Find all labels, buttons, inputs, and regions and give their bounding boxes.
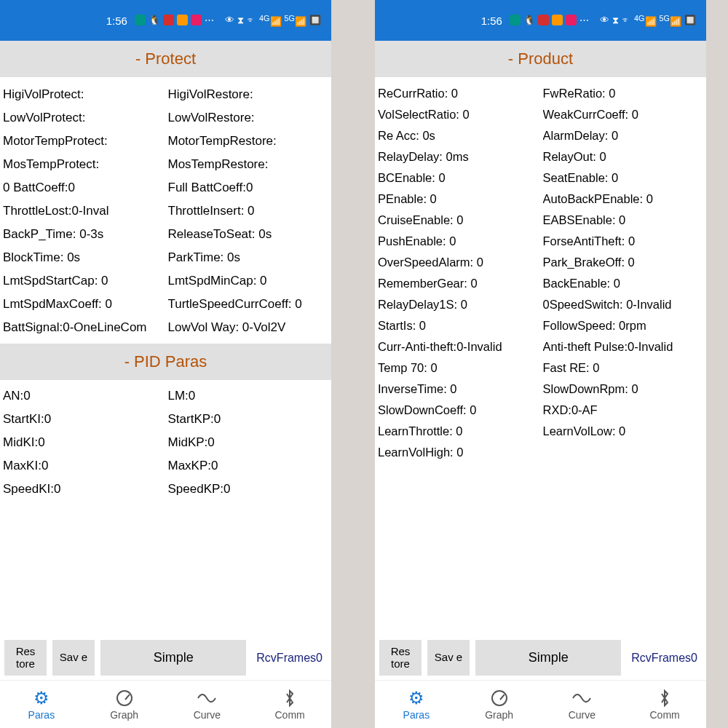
save-button[interactable]: Sav e	[427, 640, 470, 676]
param-cell[interactable]: AlarmDelay: 0	[543, 129, 704, 143]
param-row[interactable]: CruiseEnable: 0EABSEnable: 0	[376, 210, 705, 231]
param-cell[interactable]: RelayOut: 0	[543, 150, 704, 164]
restore-button[interactable]: Res tore	[379, 640, 422, 676]
nav-curve[interactable]: Curve	[166, 681, 249, 728]
param-cell[interactable]: AutoBackPEnable: 0	[543, 192, 704, 206]
restore-button[interactable]: Res tore	[4, 640, 47, 676]
param-cell[interactable]: LowVolRestore:	[168, 111, 329, 125]
param-cell[interactable]: 0 BattCoeff:0	[3, 181, 168, 195]
param-row[interactable]: 0 BattCoeff:0Full BattCoeff:0	[1, 176, 330, 199]
param-cell[interactable]: ReCurrRatio: 0	[378, 87, 543, 100]
param-row[interactable]: BCEnable: 0SeatEnable: 0	[376, 167, 705, 189]
param-cell[interactable]: StartIs: 0	[378, 319, 543, 333]
param-row[interactable]: MaxKI:0MaxKP:0	[1, 454, 330, 478]
param-cell[interactable]: Fast RE: 0	[543, 361, 704, 375]
param-row[interactable]: RelayDelay1S: 00SpeedSwitch: 0-Invalid	[376, 294, 705, 315]
param-cell[interactable]: RXD:0-AF	[543, 403, 704, 417]
param-cell[interactable]: MaxKP:0	[168, 459, 329, 473]
param-cell[interactable]: LearnVolHigh: 0	[378, 446, 543, 459]
nav-curve[interactable]: Curve	[541, 681, 624, 728]
param-cell[interactable]: FollowSpeed: 0rpm	[543, 319, 704, 333]
param-row[interactable]: PushEnable: 0ForseAntiTheft: 0	[376, 231, 705, 252]
param-cell[interactable]: ThrottleLost:0-Inval	[3, 204, 168, 218]
param-cell[interactable]: SpeedKP:0	[168, 482, 329, 496]
param-cell[interactable]: LearnThrottle: 0	[378, 424, 543, 438]
param-cell[interactable]: Park_BrakeOff: 0	[543, 256, 704, 269]
param-cell[interactable]: RelayDelay1S: 0	[378, 298, 543, 312]
param-cell[interactable]: HigiVolProtect:	[3, 87, 168, 102]
param-cell[interactable]: InverseTime: 0	[378, 382, 543, 396]
param-row[interactable]: PEnable: 0AutoBackPEnable: 0	[376, 189, 705, 210]
param-cell[interactable]: MotorTempProtect:	[3, 134, 168, 149]
param-row[interactable]: SlowDownCoeff: 0RXD:0-AF	[376, 400, 705, 421]
param-row[interactable]: LowVolProtect:LowVolRestore:	[1, 106, 330, 130]
param-row[interactable]: MidKI:0MidKP:0	[1, 431, 330, 454]
param-cell[interactable]: SeatEnable: 0	[543, 171, 704, 185]
param-row[interactable]: HigiVolProtect:HigiVolRestore:	[1, 83, 330, 106]
param-row[interactable]: SpeedKI:0SpeedKP:0	[1, 478, 330, 501]
param-cell[interactable]: ReleaseToSeat: 0s	[168, 227, 329, 242]
nav-comm[interactable]: Comm	[248, 681, 331, 728]
param-cell[interactable]: RelayDelay: 0ms	[378, 150, 543, 164]
param-row[interactable]: LmtSpdStartCap: 0LmtSpdMinCap: 0	[1, 269, 330, 293]
param-row[interactable]: BattSignal:0-OneLineComLowVol Way: 0-Vol…	[1, 316, 330, 339]
param-cell[interactable]: MotorTempRestore:	[168, 134, 329, 149]
param-row[interactable]: AN:0LM:0	[1, 384, 330, 408]
param-row[interactable]: Re Acc: 0sAlarmDelay: 0	[376, 125, 705, 146]
param-cell[interactable]: LowVolProtect:	[3, 111, 168, 125]
param-cell[interactable]: BlockTime: 0s	[3, 250, 168, 265]
param-cell[interactable]: ParkTime: 0s	[168, 250, 329, 265]
param-row[interactable]: LmtSpdMaxCoeff: 0TurtleSpeedCurrCoeff: 0	[1, 293, 330, 316]
param-row[interactable]: LearnThrottle: 0LearnVolLow: 0	[376, 421, 705, 442]
param-cell[interactable]: LmtSpdStartCap: 0	[3, 274, 168, 288]
param-row[interactable]: MosTempProtect:MosTempRestore:	[1, 153, 330, 176]
simple-button[interactable]: Simple	[475, 640, 621, 676]
param-cell[interactable]: WeakCurrCoeff: 0	[543, 108, 704, 122]
param-row[interactable]: RememberGear: 0BackEnable: 0	[376, 273, 705, 294]
param-row[interactable]: Curr-Anti-theft:0-InvalidAnti-theft Puls…	[376, 336, 705, 357]
param-cell[interactable]: Full BattCoeff:0	[168, 181, 329, 195]
param-cell[interactable]: LM:0	[168, 389, 329, 403]
section-header-product[interactable]: - Product	[375, 41, 706, 77]
param-cell[interactable]: HigiVolRestore:	[168, 87, 329, 102]
param-row[interactable]: BlockTime: 0sParkTime: 0s	[1, 246, 330, 269]
param-cell[interactable]: AN:0	[3, 389, 168, 403]
section-header-pid[interactable]: - PID Paras	[0, 344, 331, 380]
param-cell[interactable]	[543, 446, 704, 459]
param-row[interactable]: ThrottleLost:0-InvalThrottleInsert: 0	[1, 199, 330, 223]
simple-button[interactable]: Simple	[100, 640, 246, 676]
param-cell[interactable]: BackEnable: 0	[543, 277, 704, 290]
param-cell[interactable]: LowVol Way: 0-Vol2V	[168, 320, 329, 335]
param-cell[interactable]: BackP_Time: 0-3s	[3, 227, 168, 242]
param-cell[interactable]: MaxKI:0	[3, 459, 168, 473]
param-cell[interactable]: Re Acc: 0s	[378, 129, 543, 143]
nav-graph[interactable]: Graph	[83, 681, 166, 728]
param-cell[interactable]: SpeedKI:0	[3, 482, 168, 496]
param-cell[interactable]: LmtSpdMinCap: 0	[168, 274, 329, 288]
param-cell[interactable]: ForseAntiTheft: 0	[543, 234, 704, 248]
param-cell[interactable]: VolSelectRatio: 0	[378, 108, 543, 122]
param-cell[interactable]: EABSEnable: 0	[543, 213, 704, 227]
param-row[interactable]: OverSpeedAlarm: 0Park_BrakeOff: 0	[376, 252, 705, 273]
param-cell[interactable]: SlowDownRpm: 0	[543, 382, 704, 396]
save-button[interactable]: Sav e	[52, 640, 95, 676]
param-row[interactable]: BackP_Time: 0-3sReleaseToSeat: 0s	[1, 223, 330, 246]
param-cell[interactable]: CruiseEnable: 0	[378, 213, 543, 227]
param-cell[interactable]: MidKI:0	[3, 435, 168, 450]
section-header-protect[interactable]: - Protect	[0, 41, 331, 77]
param-cell[interactable]: MidKP:0	[168, 435, 329, 450]
param-cell[interactable]: PEnable: 0	[378, 192, 543, 206]
param-cell[interactable]: Anti-theft Pulse:0-Invalid	[543, 340, 704, 354]
param-cell[interactable]: 0SpeedSwitch: 0-Invalid	[543, 298, 704, 312]
param-cell[interactable]: PushEnable: 0	[378, 234, 543, 248]
param-row[interactable]: LearnVolHigh: 0	[376, 442, 705, 463]
param-cell[interactable]: MosTempProtect:	[3, 157, 168, 172]
param-cell[interactable]: LmtSpdMaxCoeff: 0	[3, 297, 168, 312]
param-cell[interactable]: FwReRatio: 0	[543, 87, 704, 100]
param-cell[interactable]: Temp 70: 0	[378, 361, 543, 375]
param-row[interactable]: Temp 70: 0Fast RE: 0	[376, 357, 705, 379]
param-row[interactable]: InverseTime: 0SlowDownRpm: 0	[376, 379, 705, 400]
param-cell[interactable]: MosTempRestore:	[168, 157, 329, 172]
param-row[interactable]: MotorTempProtect:MotorTempRestore:	[1, 130, 330, 153]
param-cell[interactable]: Curr-Anti-theft:0-Invalid	[378, 340, 543, 354]
